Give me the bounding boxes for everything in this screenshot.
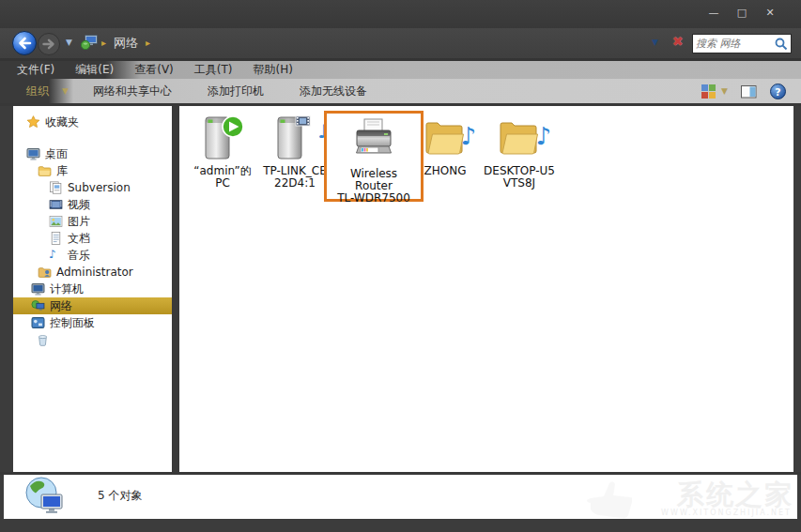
sidebar-item-videos[interactable]: 视频 [13,196,172,213]
window-bottom-edge [0,519,801,532]
recycle-bin-icon [36,333,50,346]
close-button[interactable]: ✕ [760,6,780,21]
command-toolbar: 组织 ▼ 网络和共享中心 添加打印机 添加无线设备 ▼ ? [0,79,801,103]
preview-pane-button[interactable] [741,84,757,99]
status-bar: 5 个对象 [0,475,801,519]
file-item-admin-pc[interactable]: “admin”的 PC [181,114,264,190]
organize-button[interactable]: 组织 [26,84,49,99]
maximize-button[interactable]: □ [732,6,752,21]
music-note-icon: ♪ [460,122,476,150]
network-location-icon [81,34,100,51]
search-box [692,34,792,53]
breadcrumb-arrow-icon[interactable]: ▸ [101,34,106,53]
views-grid-cell [701,84,708,91]
sidebar-item-label: 收藏夹 [45,114,79,130]
sidebar-item-favorites[interactable]: 收藏夹 [13,114,172,130]
forward-button-disabled[interactable] [37,32,61,56]
media-device-icon [181,114,264,165]
sidebar-item-libraries[interactable]: 库 [13,162,172,179]
sidebar-item-label: 桌面 [45,146,68,162]
sidebar-item-subversion[interactable]: Subversion [13,179,172,196]
sidebar-item-label: 视频 [68,197,90,213]
folder-icon [38,164,52,177]
network-sharing-center-button[interactable]: 网络和共享中心 [93,84,172,99]
file-label-line: ZHONG [405,165,485,177]
menu-file[interactable]: 文件(F) [17,62,54,78]
breadcrumb-arrow-icon[interactable]: ▸ [146,34,150,53]
menu-edit[interactable]: 编辑(E) [75,62,114,78]
file-item-tplink[interactable]: ♪ TP-LINK_CE 22D4:1 [258,114,331,190]
menu-view[interactable]: 查看(V) [134,62,174,78]
navigation-pane: 收藏夹 桌面 库 Su [13,106,172,472]
svg-text:?: ? [775,85,780,98]
stop-refresh-icon[interactable]: ✖ [672,34,684,49]
sidebar-item-administrator[interactable]: Administrator [13,264,172,281]
pane-divider[interactable] [172,106,179,472]
sidebar-item-label: 网络 [50,298,72,314]
sidebar-item-desktop[interactable]: 桌面 [13,145,172,162]
add-wireless-device-button[interactable]: 添加无线设备 [300,84,367,99]
views-dropdown-icon[interactable]: ▼ [721,86,728,96]
user-folder-icon [38,266,52,279]
media-server-icon: ♪ [258,114,331,165]
back-button[interactable] [11,30,38,56]
star-icon [26,115,40,129]
explorer-window: { "titlebar": { "minimize": "—", "maximi… [0,0,801,532]
history-dropdown-icon[interactable]: ▼ [66,38,72,47]
sidebar-item-label: 库 [56,163,68,179]
tree-gap [13,130,172,145]
sidebar-item-label: 计算机 [50,281,84,297]
title-bar: — □ ✕ [0,0,801,28]
search-icon[interactable] [775,38,788,51]
music-note-icon: ♪ [535,122,551,150]
file-label-line: PC [181,177,264,190]
sidebar-item-network[interactable]: 网络 [13,297,172,314]
sidebar-item-pictures[interactable]: 图片 [13,213,172,230]
sidebar-item-recycle-bin[interactable] [13,331,172,348]
computer-icon [31,282,45,296]
file-item-zhong[interactable]: ♪ ZHONG [405,114,485,177]
sidebar-item-computer[interactable]: 计算机 [13,281,172,297]
add-printer-button[interactable]: 添加打印机 [208,84,264,99]
address-dropdown-icon[interactable]: ▼ [652,38,658,47]
window-left-edge [0,106,13,472]
music-folder-icon: ♪ [405,114,485,165]
views-grid-cell [709,84,716,91]
sidebar-item-label: 控制面板 [50,315,95,331]
breadcrumb: ▸ 网络 ▸ [101,34,150,53]
content-area: 收藏夹 桌面 库 Su [0,106,801,472]
sidebar-item-label: Subversion [68,181,131,194]
breadcrumb-item-network[interactable]: 网络 [114,34,138,53]
views-grid-cell [709,92,716,99]
minimize-button[interactable]: — [703,6,724,21]
sidebar-item-control-panel[interactable]: 控制面板 [13,314,172,331]
file-list-area[interactable]: “admin”的 PC ♪ TP-LIN [179,106,793,472]
network-globe-icon [24,476,68,518]
library-icon [49,181,63,194]
search-input[interactable] [696,38,775,50]
window-controls: — □ ✕ [703,6,780,21]
pictures-icon [49,215,63,228]
menu-tools[interactable]: 工具(T) [194,62,233,78]
change-view-button[interactable] [701,84,716,99]
file-label-line: TL-WDR7500 [327,192,421,205]
network-icon [31,299,45,312]
organize-dropdown-icon[interactable]: ▼ [62,86,69,96]
menu-help[interactable]: 帮助(H) [254,62,293,78]
videos-icon [49,198,63,211]
help-icon[interactable]: ? [770,84,786,99]
sidebar-item-label: 文档 [68,231,90,247]
views-grid-cell [701,92,708,99]
music-note-icon: ♪ [49,249,63,262]
documents-icon [49,232,63,245]
sidebar-item-music[interactable]: ♪ 音乐 [13,247,172,264]
file-label-line: 22D4:1 [258,177,331,190]
object-count: 5 个对象 [98,488,142,504]
sidebar-item-documents[interactable]: 文档 [13,230,172,247]
window-right-edge [793,106,801,472]
sidebar-item-label: 图片 [68,214,90,230]
menu-bar: 文件(F) 编辑(E) 查看(V) 工具(T) 帮助(H) [0,58,801,79]
navigation-bar: ▼ ▸ 网络 ▸ ▼ ✖ [0,28,801,58]
file-label-line: VTS8J [480,177,559,190]
file-item-desktop-u5[interactable]: ♪ DESKTOP-U5 VTS8J [480,114,559,190]
